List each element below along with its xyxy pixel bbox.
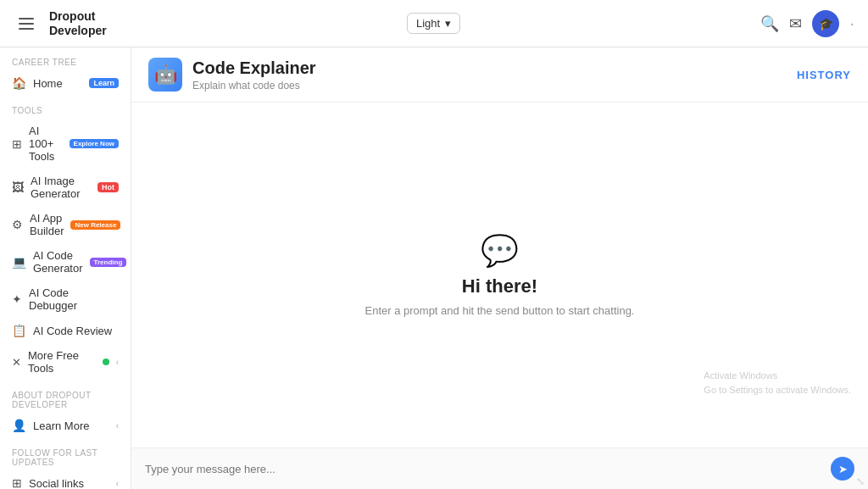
sidebar-item-learn-more[interactable]: 👤 Learn More ‹ (0, 413, 131, 438)
sidebar-home-label: Home (33, 77, 82, 90)
page-subtitle: Explain what code does (192, 80, 316, 92)
chat-hint: Enter a prompt and hit the send button t… (365, 304, 635, 317)
sidebar: Career Tree 🏠 Home Learn Tools ⊞ AI 100+… (0, 47, 131, 489)
avatar[interactable]: 🎓 (812, 10, 839, 37)
sidebar-more-tools-label: More Free Tools (28, 349, 96, 375)
theme-chevron-icon: ▾ (445, 17, 451, 30)
social-chevron-icon: ‹ (116, 479, 119, 488)
sidebar-ai-app-label: AI App Builder (30, 212, 64, 237)
review-icon: 📋 (12, 324, 26, 337)
windows-line1: Activate Windows (704, 369, 851, 383)
sidebar-item-social-links[interactable]: ⊞ Social links ‹ (0, 470, 131, 489)
sidebar-item-ai100[interactable]: ⊞ AI 100+ Tools Explore Now (0, 119, 131, 169)
social-icon: ⊞ (12, 476, 22, 489)
main-layout: Career Tree 🏠 Home Learn Tools ⊞ AI 100+… (0, 47, 868, 489)
content-header: 🤖 Code Explainer Explain what code does … (131, 47, 868, 103)
search-icon[interactable]: 🔍 (760, 14, 779, 33)
section-follow-label: Follow for last updates (0, 438, 131, 470)
sidebar-item-ai-code-gen[interactable]: 💻 AI Code Generator Trending (0, 243, 131, 281)
chat-empty-state: 💬 Hi there! Enter a prompt and hit the s… (365, 233, 635, 317)
code-gen-icon: 💻 (12, 255, 26, 269)
windows-line2: Go to Settings to activate Windows. (704, 383, 851, 397)
resize-handle-icon: ⤡ (856, 475, 865, 487)
brand-name-line2: Developer (49, 24, 107, 38)
more-tools-icon: ✕ (12, 356, 21, 369)
sidebar-ai100-badge: Explore Now (70, 139, 119, 148)
sidebar-ai-code-gen-badge: Trending (90, 258, 127, 267)
sidebar-ai-app-badge: New Release (70, 220, 120, 230)
image-icon: 🖼 (12, 181, 24, 194)
send-button[interactable]: ➤ (831, 457, 854, 481)
learn-more-chevron-icon: ‹ (116, 421, 119, 431)
app-builder-icon: ⚙ (12, 218, 23, 231)
dot-green-icon (103, 358, 109, 365)
page-title: Code Explainer (192, 58, 316, 78)
chat-input[interactable] (145, 458, 824, 481)
chat-bubble-icon: 💬 (481, 233, 519, 269)
sidebar-ai-image-badge: Hot (97, 182, 119, 192)
sidebar-item-ai-code-review[interactable]: 📋 AI Code Review (0, 318, 131, 343)
sidebar-ai-code-review-label: AI Code Review (33, 325, 119, 337)
sidebar-item-ai-app[interactable]: ⚙ AI App Builder New Release (0, 206, 131, 243)
content-header-left: 🤖 Code Explainer Explain what code does (148, 58, 316, 92)
chevron-right-icon: ‹ (116, 358, 119, 367)
history-link[interactable]: HISTORY (797, 69, 851, 81)
brand-name-line1: Dropout (49, 9, 107, 24)
sidebar-item-home[interactable]: 🏠 Home Learn (0, 70, 131, 96)
more-icon[interactable]: · (849, 14, 854, 33)
learn-more-icon: 👤 (12, 419, 26, 432)
app-header: Dropout Developer Light ▾ 🔍 ✉ 🎓 · (0, 0, 868, 47)
chat-greeting: Hi there! (462, 275, 537, 297)
section-tools-label: Tools (0, 96, 131, 119)
grid-icon: ⊞ (12, 137, 22, 151)
menu-icon[interactable] (14, 13, 39, 35)
header-icons: 🔍 ✉ 🎓 · (760, 10, 854, 37)
sidebar-ai-image-label: AI Image Generator (31, 175, 91, 200)
content-area: 🤖 Code Explainer Explain what code does … (131, 47, 868, 489)
content-title-block: Code Explainer Explain what code does (192, 58, 316, 92)
sidebar-ai100-label: AI 100+ Tools (29, 125, 63, 163)
chat-area: 💬 Hi there! Enter a prompt and hit the s… (131, 103, 868, 447)
theme-selector[interactable]: Light ▾ (407, 13, 460, 34)
section-about-label: About dropout developer (0, 381, 131, 413)
robot-icon: 🤖 (148, 58, 182, 92)
brand: Dropout Developer (49, 9, 107, 38)
sidebar-item-ai-image[interactable]: 🖼 AI Image Generator Hot (0, 169, 131, 206)
debug-icon: ✦ (12, 292, 22, 306)
sidebar-item-ai-code-debug[interactable]: ✦ AI Code Debugger (0, 281, 131, 318)
sidebar-home-badge: Learn (89, 78, 119, 88)
windows-watermark: Activate Windows Go to Settings to activ… (704, 369, 851, 397)
theme-label: Light (416, 17, 440, 30)
sidebar-social-label: Social links (29, 477, 109, 490)
sidebar-ai-code-gen-label: AI Code Generator (33, 249, 83, 275)
sidebar-item-more-tools[interactable]: ✕ More Free Tools ‹ (0, 343, 131, 381)
section-career-label: Career Tree (0, 47, 131, 70)
home-icon: 🏠 (12, 76, 26, 90)
sidebar-learn-more-label: Learn More (33, 420, 109, 432)
sidebar-ai-code-debug-label: AI Code Debugger (29, 286, 119, 312)
input-area: ➤ ⤡ (131, 447, 868, 489)
mail-icon[interactable]: ✉ (789, 14, 802, 33)
